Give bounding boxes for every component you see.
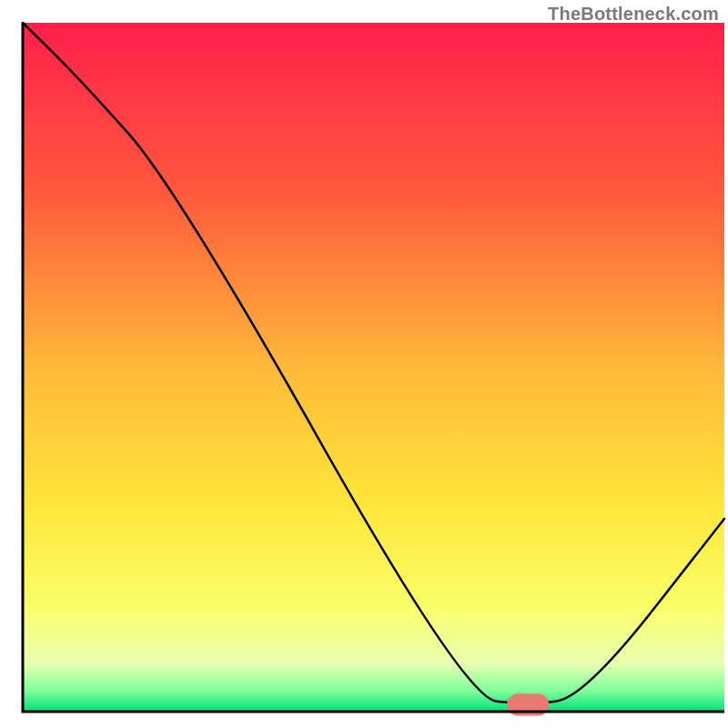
chart-container [0, 0, 728, 728]
watermark-text: TheBottleneck.com [548, 4, 719, 25]
chart-svg [0, 0, 728, 728]
plot-background [23, 23, 724, 712]
